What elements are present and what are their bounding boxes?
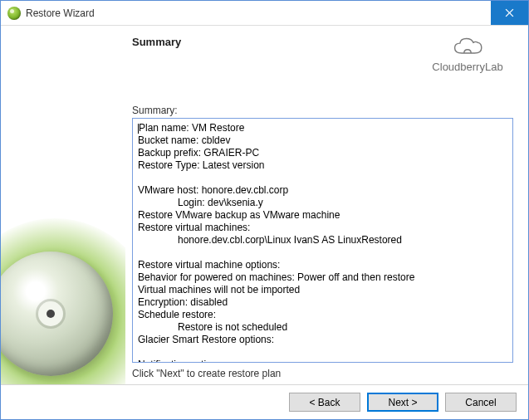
brand-text: CloudberryLab bbox=[422, 61, 513, 73]
summary-line: honore.dev.cbl.corp\Linux IvanS AS Linux… bbox=[138, 234, 507, 247]
titlebar: Restore Wizard bbox=[1, 1, 528, 26]
next-button[interactable]: Next > bbox=[367, 393, 438, 412]
summary-line: Glacier Smart Restore options: bbox=[138, 334, 507, 346]
wizard-sidebar bbox=[1, 26, 125, 384]
summary-line: Restore virtual machines: bbox=[138, 222, 507, 234]
summary-line: Restore Type: Latest version bbox=[138, 159, 507, 172]
summary-label: Summary: bbox=[132, 105, 513, 116]
back-button[interactable]: < Back bbox=[289, 393, 360, 412]
button-bar: < Back Next > Cancel bbox=[1, 384, 528, 419]
sidebar-art bbox=[1, 218, 125, 384]
summary-line: Plan name: VM Restore bbox=[139, 122, 244, 134]
window-title: Restore Wizard bbox=[26, 7, 95, 19]
summary-line: Restore VMware backup as VMware machine bbox=[138, 209, 507, 222]
cancel-button[interactable]: Cancel bbox=[445, 393, 517, 412]
summary-line: Notification options: bbox=[138, 359, 507, 363]
cloud-icon bbox=[450, 36, 485, 59]
summary-line: Virtual machines will not be imported bbox=[138, 284, 507, 296]
summary-line: Login: dev\ksenia.y bbox=[138, 197, 507, 209]
wizard-hint: Click "Next" to create restore plan bbox=[132, 368, 513, 379]
app-icon bbox=[7, 7, 21, 20]
summary-line: Bucket name: cbldev bbox=[138, 134, 507, 147]
summary-line: Restore virtual machine options: bbox=[138, 259, 507, 271]
summary-line: Schedule restore: bbox=[138, 309, 507, 321]
close-button[interactable] bbox=[491, 1, 528, 25]
summary-line: Restore is not scheduled bbox=[138, 321, 507, 334]
summary-line: VMware host: honore.dev.cbl.corp bbox=[138, 184, 507, 197]
summary-line: Encryption: disabled bbox=[138, 296, 507, 309]
summary-textbox[interactable]: Plan name: VM Restore Bucket name: cblde… bbox=[132, 118, 513, 363]
wizard-body: Summary CloudberryLab Summary: Plan name… bbox=[1, 26, 528, 384]
brand-block: CloudberryLab bbox=[422, 36, 513, 73]
summary-line: Behavior for powered on machines: Power … bbox=[138, 271, 507, 284]
summary-line: Backup prefix: GRAIER-PC bbox=[138, 147, 507, 159]
wizard-content: Summary CloudberryLab Summary: Plan name… bbox=[125, 26, 528, 384]
close-icon bbox=[505, 8, 514, 17]
page-heading: Summary bbox=[132, 36, 181, 48]
